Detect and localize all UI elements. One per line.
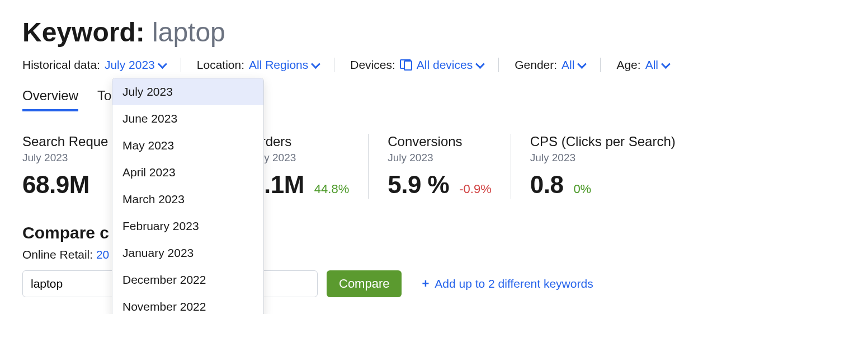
divider (498, 58, 499, 72)
filter-devices-value[interactable]: All devices (417, 58, 483, 72)
dropdown-item[interactable]: May 2023 (112, 132, 263, 159)
filter-age-label: Age: (616, 58, 640, 72)
historical-dropdown: July 2023June 2023May 2023April 2023Marc… (112, 78, 264, 314)
dropdown-item[interactable]: November 2022 (112, 293, 263, 314)
divider (181, 58, 181, 72)
dropdown-item[interactable]: December 2022 (112, 266, 263, 293)
filter-location[interactable]: Location: All Regions (197, 58, 318, 72)
metric-title: Orders (251, 134, 349, 149)
dropdown-item[interactable]: June 2023 (112, 105, 263, 132)
filter-gender-label: Gender: (515, 58, 557, 72)
chevron-down-icon (158, 59, 167, 69)
divider (600, 58, 601, 72)
add-more-keywords[interactable]: + Add up to 2 different keywords (422, 277, 593, 291)
filter-location-label: Location: (197, 58, 244, 72)
filter-historical[interactable]: Historical data: July 2023 (22, 58, 165, 72)
filter-age[interactable]: Age: All (616, 58, 668, 72)
metric-value-row: 3.1M44.8% (251, 171, 349, 199)
add-more-label: Add up to 2 different keywords (435, 277, 593, 291)
metric-value: 0.8 (530, 171, 564, 199)
dropdown-item[interactable]: March 2023 (112, 186, 263, 213)
filter-historical-value[interactable]: July 2023 (105, 58, 165, 72)
metric-value: 68.9M (22, 171, 89, 199)
chevron-down-icon (661, 59, 671, 69)
metric-title: Search Reque (22, 134, 108, 149)
metric-value-row: 0.80% (530, 171, 676, 199)
page-title: Keyword: laptop (22, 17, 846, 48)
metric-sub: July 2023 (388, 152, 492, 164)
metric-card: ConversionsJuly 20235.9 %-0.9% (368, 134, 511, 199)
filter-age-value[interactable]: All (645, 58, 668, 72)
metric-title: CPS (Clicks per Search) (530, 134, 676, 149)
filter-devices-label: Devices: (350, 58, 395, 72)
title-prefix: Keyword: (22, 17, 152, 47)
filters-bar: Historical data: July 2023 Location: All… (22, 58, 846, 72)
filter-historical-label: Historical data: (22, 58, 100, 72)
chevron-down-icon (475, 59, 485, 69)
divider (334, 58, 334, 72)
dropdown-item[interactable]: April 2023 (112, 159, 263, 186)
metric-card: CPS (Clicks per Search)July 20230.80% (511, 134, 695, 199)
compare-sub-label: Online Retail: (22, 248, 96, 261)
compare-sub-link[interactable]: 20 (96, 248, 109, 261)
metric-value: 5.9 % (388, 171, 449, 199)
filter-gender-value[interactable]: All (562, 58, 584, 72)
filter-location-value[interactable]: All Regions (249, 58, 318, 72)
compare-button[interactable]: Compare (327, 270, 402, 297)
devices-icon (400, 59, 412, 71)
metric-value-row: 5.9 %-0.9% (388, 171, 492, 199)
title-keyword: laptop (152, 17, 225, 47)
tab-to[interactable]: To (97, 88, 111, 111)
chevron-down-icon (577, 59, 587, 69)
metric-sub: July 2023 (530, 152, 676, 164)
dropdown-item[interactable]: July 2023 (112, 78, 263, 105)
metric-change: 0% (573, 182, 591, 196)
dropdown-item[interactable]: January 2023 (112, 240, 263, 266)
dropdown-item[interactable]: February 2023 (112, 213, 263, 240)
metric-sub: July 2023 (22, 152, 108, 164)
metric-change: 44.8% (314, 182, 349, 196)
tab-overview[interactable]: Overview (22, 88, 78, 111)
filter-devices[interactable]: Devices: All devices (350, 58, 483, 72)
metric-sub: July 2023 (251, 152, 349, 164)
metric-title: Conversions (388, 134, 492, 149)
plus-icon: + (422, 277, 429, 291)
filter-gender[interactable]: Gender: All (515, 58, 584, 72)
chevron-down-icon (311, 59, 320, 69)
metric-value-row: 68.9M (22, 171, 108, 199)
metric-change: -0.9% (459, 182, 491, 196)
